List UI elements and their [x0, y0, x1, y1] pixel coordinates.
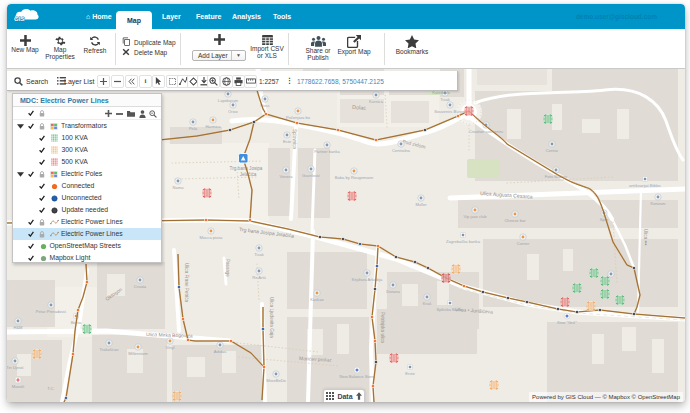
svg-text:New Balance Store: New Balance Store	[339, 374, 375, 379]
svg-text:Kurnica: Kurnica	[369, 99, 384, 104]
svg-text:Re Artù: Re Artù	[252, 275, 266, 280]
svg-text:H&M: H&M	[13, 325, 23, 330]
svg-text:Pela: Pela	[189, 126, 198, 131]
svg-text:Splovnica: Splovnica	[292, 129, 297, 149]
svg-text:Gavrilović: Gavrilović	[302, 173, 320, 178]
svg-text:Knjižara Arkadija: Knjižara Arkadija	[352, 277, 383, 282]
svg-text:Croata: Croata	[134, 284, 147, 289]
svg-text:Konzum: Konzum	[650, 201, 666, 206]
svg-text:Diviana: Diviana	[386, 289, 400, 294]
svg-text:Ulica Ljudevita Gaja: Ulica Ljudevita Gaja	[269, 297, 274, 338]
svg-text:Pečenjara bo: Pečenjara bo	[286, 115, 311, 120]
svg-text:Mocca pizza: Mocca pizza	[200, 235, 223, 240]
svg-text:Muller: Muller	[415, 202, 427, 207]
svg-text:Zagrebačka banka: Zagrebačka banka	[446, 239, 481, 244]
svg-text:Tisak: Tisak	[254, 252, 265, 257]
svg-text:GIS: GIS	[14, 15, 25, 22]
svg-text:Petrinjska ulica: Petrinjska ulica	[380, 312, 385, 343]
svg-text:Millennium: Millennium	[128, 351, 148, 356]
svg-text:Tin Ujević: Tin Ujević	[7, 365, 24, 370]
svg-text:Centralna: Centralna	[392, 148, 410, 153]
svg-text:Vip jazz club: Vip jazz club	[464, 214, 488, 219]
svg-text:Kavkaz: Kavkaz	[310, 297, 323, 302]
svg-text:Corner: Corner	[517, 241, 530, 246]
svg-text:Manofi: Manofi	[12, 384, 24, 389]
svg-text:Spar: Spar	[600, 217, 609, 222]
svg-text:Tisak: Tisak	[440, 97, 451, 102]
svg-text:Passage: Passage	[225, 259, 230, 277]
svg-text:Lapidarium: Lapidarium	[218, 98, 239, 103]
svg-text:antikvarijat Biblos: antikvarijat Biblos	[629, 183, 661, 188]
svg-text:Trakošćan: Trakošćan	[100, 347, 120, 352]
svg-text:Croatian souvenirs: Croatian souvenirs	[469, 129, 503, 134]
svg-text:Ulica •••: Ulica •••	[643, 229, 648, 246]
svg-text:Baba by Rougemann: Baba by Rougemann	[335, 175, 374, 180]
svg-text:Partner banka: Partner banka	[314, 149, 340, 154]
svg-text:Splitska Banka: Splitska Banka	[436, 307, 464, 312]
svg-text:Este: Este	[283, 139, 292, 144]
svg-text:Harmica: Harmica	[205, 124, 221, 129]
svg-text:Centar: Centar	[546, 148, 559, 153]
svg-text:Kraš: Kraš	[423, 301, 431, 306]
svg-text:ShoeBeDo: ShoeBeDo	[266, 378, 287, 383]
svg-text:Dolac: Dolac	[352, 104, 367, 111]
svg-text:Souvenirs Burger: Souvenirs Burger	[434, 109, 466, 114]
svg-text:Adidas: Adidas	[214, 349, 227, 354]
svg-text:Kino "Grič": Kino "Grič"	[557, 320, 577, 325]
svg-text:Petar Preradović: Petar Preradović	[36, 309, 67, 314]
svg-text:Ulica Frane Petrića: Ulica Frane Petrića	[184, 263, 189, 303]
svg-text:Erste: Erste	[405, 371, 415, 376]
svg-text:Oriox: Oriox	[228, 109, 238, 114]
svg-text:Nama: Nama	[173, 185, 185, 190]
svg-text:Vinyl: Vinyl	[166, 345, 175, 350]
svg-text:Cheese bar: Cheese bar	[504, 218, 526, 223]
svg-text:T.C.: T.C.	[47, 386, 54, 391]
svg-text:Venera: Venera	[280, 174, 294, 179]
